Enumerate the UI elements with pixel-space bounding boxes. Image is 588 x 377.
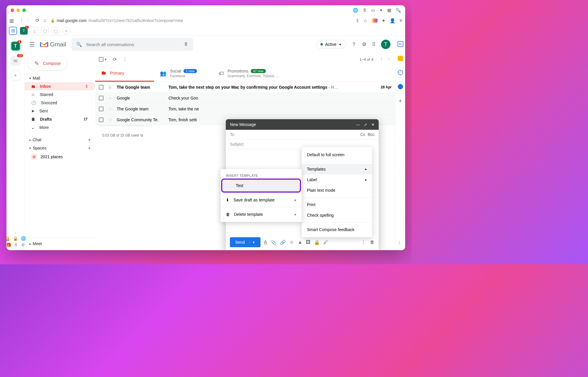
lock-rail-icon[interactable]: 🔒 [13, 236, 18, 241]
link-icon[interactable]: 🔗 [280, 240, 286, 245]
image-icon[interactable]: 🖼 [306, 240, 310, 245]
menu-label[interactable]: Label▸ [302, 174, 372, 185]
workspace-tab-1[interactable]: T 1 [20, 27, 28, 35]
web-icon[interactable]: 🌐 [21, 236, 26, 241]
gift-icon[interactable]: 🎁 [6, 243, 11, 247]
pen-icon[interactable]: 🖊 [323, 240, 328, 245]
status-active-pill[interactable]: Active ▼ [316, 40, 346, 49]
tune-rail-icon[interactable]: 🎚 [14, 243, 18, 247]
collapse-panel-icon[interactable]: 〉 [398, 240, 403, 246]
url-bar[interactable]: 🔒 mail.google.com/mail/u/0/?zx=1mem7b2sa… [51, 18, 351, 23]
sidebar-item-sent[interactable]: ➤Sent [25, 107, 95, 115]
bookmark-icon[interactable]: ☆ [363, 18, 368, 23]
share-icon[interactable]: ⇪ [355, 18, 359, 23]
attach-icon[interactable]: 📎 [270, 240, 276, 245]
mail-row[interactable]: ☆GoogleCheck your Goo [95, 93, 395, 104]
refresh-button[interactable]: ⟳ [113, 57, 117, 62]
template-item-test[interactable]: Test [222, 180, 300, 191]
row-checkbox[interactable] [99, 107, 103, 111]
confidential-icon[interactable]: 🔒 [314, 240, 320, 245]
search-title-icon[interactable]: 🔍 [395, 8, 401, 13]
workspace-item-2[interactable]: ▢ [41, 27, 49, 35]
tune-icon[interactable]: 🎚 [363, 8, 367, 13]
workspace-active-icon[interactable]: ⊞ [9, 27, 17, 35]
bcc-button[interactable]: Bcc [368, 132, 375, 137]
nav-header-chat[interactable]: ▸Chat+ [25, 136, 95, 144]
sidebar-item-snoozed[interactable]: 🕑Snoozed [25, 99, 95, 107]
menu-print[interactable]: Print [302, 199, 372, 210]
compose-more-icon[interactable]: ⋮ [361, 240, 366, 245]
menu-plain-text[interactable]: Plain text mode [302, 185, 372, 196]
prev-page-button[interactable]: 〈 [379, 57, 382, 62]
sidebar-toggle-icon[interactable]: ▥ [9, 18, 14, 23]
sidebar-item-inbox[interactable]: 🖿 Inbox 1 [25, 82, 95, 90]
open-new-icon[interactable]: ⧉ [141, 133, 143, 137]
gmail-logo[interactable]: Gmail [40, 41, 66, 48]
sparkle-icon[interactable]: ✦ [379, 8, 383, 13]
compose-button[interactable]: ✎ Compose [28, 56, 67, 70]
mail-row[interactable]: ☆The Google teamTom, take the next step … [95, 82, 395, 93]
tasks-icon[interactable] [398, 70, 403, 75]
close-window-button[interactable] [11, 9, 14, 12]
chevron-down-icon[interactable]: ⌄ [14, 230, 17, 234]
gear-icon[interactable]: ⚙ [362, 41, 367, 48]
star-icon[interactable]: ☆ [108, 85, 112, 90]
extension-badge[interactable] [372, 18, 377, 23]
menu-icon[interactable]: ≡ [400, 18, 402, 23]
discard-icon[interactable]: 🗑 [370, 240, 375, 245]
search-input[interactable] [86, 42, 180, 47]
gear-rail-icon[interactable]: ⚙ [21, 243, 25, 247]
home-button[interactable]: ⌂ [44, 18, 46, 24]
search-bar[interactable]: 🔍 🎚 [71, 38, 193, 51]
row-checkbox[interactable] [99, 85, 103, 90]
nav-header-mail[interactable]: ▾Mail [25, 74, 95, 82]
space-item-1[interactable]: ⊞2021 places [25, 152, 95, 161]
template-save-draft[interactable]: ⬇Save draft as template▸ [220, 194, 302, 206]
menu-default-fullscreen[interactable]: Default to full screen [302, 149, 372, 160]
nav-header-meet[interactable]: ▸Meet [25, 238, 95, 248]
add-addon-icon[interactable]: + [399, 98, 402, 104]
sidebar-item-starred[interactable]: ☆Starred [25, 90, 95, 99]
menu-smart-compose-feedback[interactable]: Smart Compose feedback [302, 224, 372, 235]
panel-icon[interactable]: ▭ [371, 8, 375, 13]
grid-icon[interactable]: ▦ [387, 8, 391, 13]
contacts-icon[interactable] [398, 84, 403, 89]
workspace-add-button[interactable]: + [62, 27, 70, 35]
star-icon[interactable]: ☆ [108, 96, 112, 100]
menu-check-spelling[interactable]: Check spelling [302, 210, 372, 221]
workspace-item-3[interactable]: ▢ [52, 27, 59, 35]
search-options-icon[interactable]: 🎚 [184, 42, 188, 47]
mail-row[interactable]: ☆The Google teamTom, take the ne [95, 104, 395, 115]
maximize-window-button[interactable] [22, 9, 26, 12]
calendar-icon[interactable]: 31 [397, 41, 403, 47]
account-avatar[interactable]: T [381, 40, 390, 49]
fullscreen-compose-icon[interactable]: ⤢ [364, 122, 367, 127]
cc-button[interactable]: Cc [360, 132, 365, 137]
send-dropdown-icon[interactable]: ▼ [249, 241, 255, 244]
help-icon[interactable]: ？ [351, 41, 357, 48]
rail-app-outlook[interactable]: ✉ 10 [11, 56, 21, 66]
rail-add-button[interactable]: + [11, 70, 21, 80]
close-compose-icon[interactable]: ✕ [371, 122, 375, 127]
apps-grid-icon[interactable]: ⠿ [372, 41, 376, 48]
workspace-item-drive[interactable]: △ [31, 27, 38, 35]
star-icon[interactable]: ☆ [108, 107, 112, 111]
next-page-button[interactable]: 〉 [388, 57, 392, 62]
keep-icon[interactable] [398, 56, 403, 61]
profile-icon[interactable]: 👤 [390, 18, 395, 23]
tab-social[interactable]: 👥 Social1 new Facebook [154, 66, 213, 82]
row-checkbox[interactable] [99, 117, 103, 122]
reload-button[interactable]: ⟳ [36, 18, 39, 24]
drive-icon[interactable]: ▲ [298, 240, 303, 245]
tab-primary[interactable]: 🖿 Primary [95, 66, 154, 82]
template-delete[interactable]: 🗑Delete template▸ [220, 208, 302, 220]
sidebar-item-drafts[interactable]: 🗎Drafts17 [25, 115, 95, 123]
bell-icon[interactable]: 🔔 [6, 236, 10, 241]
compose-to-field[interactable]: To Cc Bcc [226, 130, 379, 139]
minimize-compose-icon[interactable]: ― [356, 122, 360, 127]
sidebar-item-more[interactable]: ⌄More [25, 123, 95, 132]
star-icon[interactable]: ☆ [108, 117, 112, 122]
hamburger-icon[interactable]: ☰ [29, 41, 35, 48]
back-button[interactable]: 〈 [18, 18, 23, 24]
globe-icon[interactable]: 🌐 [353, 8, 358, 13]
